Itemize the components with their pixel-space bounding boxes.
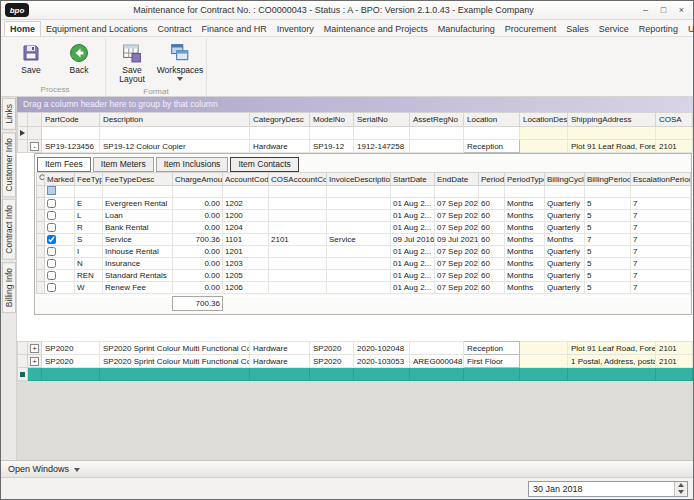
equipment-row-3[interactable]: + SP2020 SP2020 Sprint Colour Multi Func…	[18, 355, 693, 368]
fee-col-chargeamount[interactable]: ChargeAmount	[173, 173, 223, 186]
cell-categorydesc[interactable]: Hardware	[250, 140, 310, 153]
fee-cell-marked[interactable]	[45, 258, 75, 270]
filter-shippingaddress[interactable]	[568, 127, 656, 140]
fee-cell-startdate[interactable]: 01 Aug 2...	[391, 210, 435, 222]
ribbon-tab-procurement[interactable]: Procurement	[500, 22, 562, 36]
fee-cell-invoicedescription[interactable]	[327, 246, 391, 258]
fee-cell-periodtype[interactable]: Months	[505, 282, 545, 294]
fee-cell-billingperiod[interactable]: 5	[585, 270, 631, 282]
fee-cell-feetype[interactable]: N	[75, 258, 103, 270]
cell-locationdesc[interactable]	[520, 355, 568, 368]
back-button[interactable]: Back	[56, 40, 102, 78]
fee-cell-billingcycle[interactable]: Quarterly	[545, 282, 585, 294]
fee-filter-feetypedesc[interactable]	[103, 186, 173, 198]
side-tab-customer-info[interactable]: Customer Info	[2, 132, 16, 197]
cell-shippingaddress[interactable]: Plot 91 Leaf Road, Forest Hills,...	[568, 140, 656, 153]
fee-row[interactable]: I Inhouse Rental 0.00 1201 01 Aug 2... 0…	[37, 246, 691, 258]
fee-cell-feetypedesc[interactable]: Inhouse Rental	[103, 246, 173, 258]
cell-assetregno[interactable]	[410, 342, 464, 355]
fee-row[interactable]: S Service 700.36 1101 2101 Service 09 Ju…	[37, 234, 691, 246]
fee-cell-billingcycle[interactable]: Quarterly	[545, 198, 585, 210]
col-header-assetregno[interactable]: AssetRegNo	[410, 113, 464, 127]
fee-filter-marked[interactable]	[45, 186, 75, 198]
fee-cell-startdate[interactable]: 01 Aug 2...	[391, 246, 435, 258]
fee-filter-cosaccountcode[interactable]	[269, 186, 327, 198]
fee-cell-feetypedesc[interactable]: Insurance	[103, 258, 173, 270]
fee-cell-marked[interactable]	[45, 246, 75, 258]
fee-cell-cosaccountcode[interactable]	[269, 222, 327, 234]
col-header-cosa[interactable]: COSA	[656, 113, 693, 127]
cell-description[interactable]: SP2020 Sprint Colour Multi Functional Co…	[100, 355, 250, 368]
fee-row[interactable]: L Loan 0.00 1200 01 Aug 2... 07 Sep 2021…	[37, 210, 691, 222]
col-header-partcode[interactable]: PartCode	[42, 113, 100, 127]
fee-cell-period[interactable]: 60	[479, 222, 505, 234]
fee-cell-marked[interactable]	[45, 282, 75, 294]
fee-cell-invoicedescription[interactable]	[327, 222, 391, 234]
filter-checkbox[interactable]	[47, 186, 56, 195]
col-header-location[interactable]: Location	[464, 113, 520, 127]
fee-cell-startdate[interactable]: 01 Aug 2...	[391, 270, 435, 282]
fee-filter-billingperiod[interactable]	[585, 186, 631, 198]
cell-location[interactable]: First Floor	[464, 355, 520, 368]
fee-cell-marked[interactable]	[45, 210, 75, 222]
search-icon[interactable]	[37, 173, 45, 186]
fee-cell-enddate[interactable]: 07 Sep 2021	[435, 222, 479, 234]
cell-assetregno[interactable]: AREG000048	[410, 355, 464, 368]
cell-cosa[interactable]: 2101	[656, 342, 693, 355]
cell-serialno[interactable]: 2020-102048	[354, 342, 410, 355]
cell-categorydesc[interactable]: Hardware	[250, 355, 310, 368]
fee-filter-accountcode[interactable]	[223, 186, 269, 198]
fee-cell-enddate[interactable]: 07 Sep 2021	[435, 270, 479, 282]
fee-filter-chargeamount[interactable]	[173, 186, 223, 198]
fee-cell-startdate[interactable]: 01 Aug 2...	[391, 282, 435, 294]
fee-cell-startdate[interactable]: 01 Aug 2...	[391, 258, 435, 270]
fee-cell-invoicedescription[interactable]	[327, 210, 391, 222]
fee-cell-invoicedescription[interactable]	[327, 198, 391, 210]
minimize-icon[interactable]: –	[638, 4, 653, 17]
fee-row[interactable]: R Bank Rental 0.00 1204 01 Aug 2... 07 S…	[37, 222, 691, 234]
tab-item-inclusions[interactable]: Item Inclusions	[156, 157, 229, 172]
fee-cell-chargeamount[interactable]: 0.00	[173, 246, 223, 258]
fee-cell-billingperiod[interactable]: 5	[585, 210, 631, 222]
cell-categorydesc[interactable]: Hardware	[250, 342, 310, 355]
fee-filter-startdate[interactable]	[391, 186, 435, 198]
workspaces-button[interactable]: Workspaces	[157, 40, 203, 84]
fee-cell-chargeamount[interactable]: 0.00	[173, 222, 223, 234]
ribbon-tab-maintenance-and-projects[interactable]: Maintenance and Projects	[319, 22, 433, 36]
fee-filter-feetype[interactable]	[75, 186, 103, 198]
fee-cell-escalationperiod[interactable]: 7	[631, 270, 691, 282]
marked-checkbox[interactable]	[47, 271, 56, 280]
tab-item-contacts[interactable]: Item Contacts	[230, 157, 298, 172]
fee-cell-invoicedescription[interactable]: Service	[327, 234, 391, 246]
fee-cell-chargeamount[interactable]: 0.00	[173, 198, 223, 210]
fee-cell-invoicedescription[interactable]	[327, 282, 391, 294]
col-header-shippingaddress[interactable]: ShippingAddress	[568, 113, 656, 127]
cell-locationdesc[interactable]	[520, 342, 568, 355]
fee-cell-chargeamount[interactable]: 0.00	[173, 258, 223, 270]
fee-cell-cosaccountcode[interactable]	[269, 246, 327, 258]
fee-cell-feetype[interactable]: L	[75, 210, 103, 222]
fee-cell-billingperiod[interactable]: 5	[585, 222, 631, 234]
fee-cell-cosaccountcode[interactable]	[269, 198, 327, 210]
cell-modelno[interactable]: SP2020	[310, 355, 354, 368]
fee-col-periodtype[interactable]: PeriodType	[505, 173, 545, 186]
fee-col-enddate[interactable]: EndDate	[435, 173, 479, 186]
fee-cell-accountcode[interactable]: 1204	[223, 222, 269, 234]
col-header-locationdesc[interactable]: LocationDesc	[520, 113, 568, 127]
fee-cell-marked[interactable]	[45, 234, 75, 246]
fee-cell-billingcycle[interactable]: Months	[545, 234, 585, 246]
ribbon-tab-home[interactable]: Home	[4, 21, 41, 36]
fee-cell-feetypedesc[interactable]: Loan	[103, 210, 173, 222]
fee-cell-period[interactable]: 60	[479, 198, 505, 210]
cell-description[interactable]: SP2020 Sprint Colour Multi Functional Co…	[100, 342, 250, 355]
fee-cell-feetype[interactable]: W	[75, 282, 103, 294]
fee-cell-periodtype[interactable]: Months	[505, 258, 545, 270]
filter-location[interactable]	[464, 127, 520, 140]
tab-item-meters[interactable]: Item Meters	[93, 157, 154, 172]
fee-col-billingperiod[interactable]: BillingPeriod	[585, 173, 631, 186]
equipment-row-1[interactable]: - SP19-123456 SP19-12 Colour Copier Hard…	[18, 140, 693, 153]
ribbon-tab-utilities[interactable]: Utilities	[683, 22, 694, 36]
cell-partcode[interactable]: SP19-123456	[42, 140, 100, 153]
fee-cell-escalationperiod[interactable]: 7	[631, 222, 691, 234]
fee-cell-startdate[interactable]: 01 Aug 2...	[391, 222, 435, 234]
